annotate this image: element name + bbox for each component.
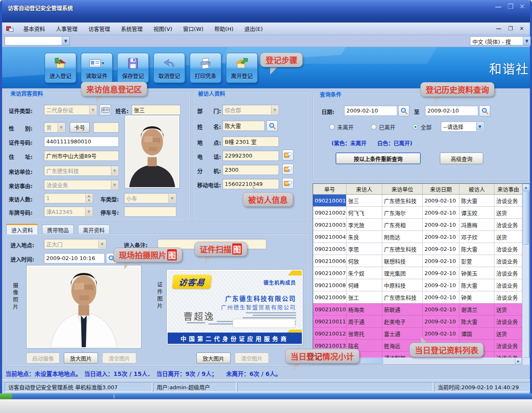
- tab-entry-data[interactable]: 进入资料: [6, 224, 38, 234]
- save-register-button[interactable]: 保存登记: [117, 53, 149, 83]
- table-cell[interactable]: 2009-02-10: [423, 207, 459, 219]
- close-icon[interactable]: ✕: [519, 3, 525, 10]
- col-header-visited[interactable]: 被访人: [459, 184, 494, 195]
- table-cell[interactable]: 090210006: [313, 255, 346, 267]
- table-cell[interactable]: 陈大雷: [459, 195, 494, 207]
- entry-time-input[interactable]: 2009-02-10 10:16: [44, 253, 105, 263]
- call-ext-button[interactable]: [282, 164, 294, 175]
- card-number-input[interactable]: [93, 122, 119, 133]
- table-cell[interactable]: 090210011: [313, 315, 346, 328]
- table-cell[interactable]: 洽谈业务: [494, 279, 522, 291]
- table-cell[interactable]: 何飞飞: [346, 207, 382, 219]
- menu-window[interactable]: 窗口(W): [178, 23, 209, 34]
- table-cell[interactable]: 周于通: [346, 315, 382, 328]
- table-cell[interactable]: 2009-02-10: [423, 231, 459, 243]
- ext-input[interactable]: 2300: [222, 165, 279, 175]
- vehicle-type-combo[interactable]: 小车▼: [124, 193, 176, 203]
- table-cell[interactable]: 090210002: [313, 207, 346, 219]
- table-cell[interactable]: 彭萱: [459, 255, 494, 267]
- table-cell[interactable]: 张寄托: [346, 328, 382, 340]
- tab-carried-items[interactable]: 携带物品: [42, 225, 74, 234]
- scroll-up-icon[interactable]: ▲: [522, 184, 529, 191]
- table-cell[interactable]: 090210005: [313, 243, 346, 255]
- table-row[interactable]: 090210010杨海类新联通2009-02-10谢清兰送货: [313, 303, 522, 315]
- id-type-combo[interactable]: 二代身份证▼: [44, 105, 97, 115]
- table-cell[interactable]: 090210007: [313, 267, 346, 279]
- vscroll-thumb[interactable]: [523, 191, 529, 245]
- menu-system[interactable]: 系统管理: [115, 23, 148, 34]
- zoom-card-button[interactable]: 放大图片: [196, 353, 231, 363]
- table-cell[interactable]: 2009-02-10: [423, 195, 459, 207]
- table-cell[interactable]: 广东德生科技: [382, 195, 423, 207]
- table-row[interactable]: 090210001张三广东德生科技2009-02-10陈大雷洽谈业务: [313, 195, 522, 207]
- mdi-restore-icon[interactable]: ❐: [508, 25, 513, 32]
- table-cell[interactable]: 洽谈业务: [494, 315, 522, 328]
- spin-down-icon[interactable]: ▼: [86, 198, 92, 203]
- restore-icon[interactable]: ❐: [507, 3, 513, 10]
- table-cell[interactable]: 洽谈业务: [494, 291, 522, 303]
- menu-help[interactable]: 帮助(H): [209, 23, 239, 34]
- zoom-photo-button[interactable]: 放大图片: [64, 353, 98, 363]
- table-cell[interactable]: 陈大雷: [459, 243, 494, 255]
- table-cell[interactable]: 2009-02-10: [423, 303, 459, 315]
- call-mobile-button[interactable]: [282, 178, 294, 189]
- table-cell[interactable]: 090210001: [313, 195, 346, 207]
- table-row[interactable]: 090210005李思广东德生科技2009-02-10陈大雷洽谈业务: [313, 243, 522, 255]
- table-cell[interactable]: 洽谈业务: [494, 340, 522, 352]
- menu-hr[interactable]: 人事管理: [50, 23, 83, 34]
- table-cell[interactable]: 送货: [494, 328, 522, 340]
- visit-reason-combo[interactable]: 洽谈业务▼: [44, 180, 119, 190]
- table-cell[interactable]: 送货: [494, 231, 522, 243]
- plate-combo[interactable]: 津A12345▼: [44, 206, 93, 217]
- table-cell[interactable]: 送货: [494, 303, 522, 315]
- table-row[interactable]: 090210012张寄托富士通2009-02-10谭国送货: [313, 328, 522, 340]
- cancel-register-button[interactable]: 取消登记: [153, 53, 185, 83]
- table-cell[interactable]: 2009-02-10: [423, 279, 459, 291]
- table-cell[interactable]: 钟美玉: [459, 267, 494, 279]
- table-cell[interactable]: 洽谈业务: [494, 243, 522, 255]
- menu-view[interactable]: 视图(V): [148, 23, 178, 34]
- table-cell[interactable]: 洽谈业务: [494, 255, 522, 267]
- table-cell[interactable]: 陈大雷: [459, 315, 494, 328]
- menu-exit[interactable]: 退出(E): [239, 23, 268, 34]
- table-cell[interactable]: 理光集团: [382, 267, 423, 279]
- parking-input[interactable]: [124, 206, 176, 217]
- leave-register-button[interactable]: 离开登记: [226, 53, 258, 83]
- table-row[interactable]: 090210003李光放广东亮相2009-02-10冯惠梅洽谈业务: [313, 219, 522, 231]
- quick-select-combo[interactable]: ▼: [5, 36, 70, 45]
- table-cell[interactable]: 广东亮相: [382, 219, 423, 231]
- table-cell[interactable]: 何峰: [346, 279, 382, 291]
- id-number-input[interactable]: 4401111980010: [44, 136, 119, 147]
- table-cell[interactable]: 谭玉姣: [459, 207, 494, 219]
- language-bar[interactable]: 中文 (简体) - 搜 ▼: [470, 36, 531, 45]
- table-row[interactable]: 090210008何峰中原科技2009-02-10陈大雷洽谈业务: [313, 279, 522, 291]
- table-cell[interactable]: 2009-02-10: [423, 328, 459, 340]
- scroll-right-icon[interactable]: ▶: [515, 358, 522, 365]
- col-header-reason[interactable]: 来访事由: [494, 184, 522, 195]
- radio-left[interactable]: 已离开: [371, 123, 395, 131]
- table-cell[interactable]: 中原科技: [382, 279, 423, 291]
- visited-name-input[interactable]: 陈大雷: [222, 120, 265, 131]
- table-cell[interactable]: 联想科技: [382, 255, 423, 267]
- date-from-input[interactable]: 2009-02-10: [344, 105, 397, 116]
- table-cell[interactable]: 富士通: [382, 328, 423, 340]
- address-input[interactable]: 广州市中山大道89号: [44, 150, 119, 161]
- idcard-reader-button[interactable]: [100, 105, 111, 115]
- table-row[interactable]: 090210007朱个奴理光集团2009-02-10钟美玉洽谈业务: [313, 267, 522, 279]
- table-cell[interactable]: 广东海尔: [382, 207, 423, 219]
- read-id-button[interactable]: 读取证件: [81, 53, 113, 83]
- mobile-input[interactable]: 15602210349: [222, 179, 279, 189]
- people-count-stepper[interactable]: 1 ▲▼: [44, 193, 93, 203]
- table-cell[interactable]: 送货: [494, 207, 522, 219]
- table-cell[interactable]: 新联通: [382, 303, 423, 315]
- table-cell[interactable]: 杨海类: [346, 303, 382, 315]
- phone-input[interactable]: 22992300: [222, 150, 279, 161]
- title-bar[interactable]: 访客自动登记安全管理系统 — ❐ ✕: [2, 0, 530, 23]
- table-row[interactable]: 090210009张工广东德生科技2009-02-10钟美洽谈业务: [313, 291, 522, 303]
- table-cell[interactable]: 洽谈业务: [494, 267, 522, 279]
- mdi-minimize-icon[interactable]: —: [496, 25, 501, 32]
- table-cell[interactable]: 李思: [346, 243, 382, 255]
- table-cell[interactable]: 2009-02-10: [423, 255, 459, 267]
- filter-select-combo[interactable]: --请选择▼: [441, 121, 484, 132]
- dept-combo[interactable]: 综合部▼: [222, 105, 279, 115]
